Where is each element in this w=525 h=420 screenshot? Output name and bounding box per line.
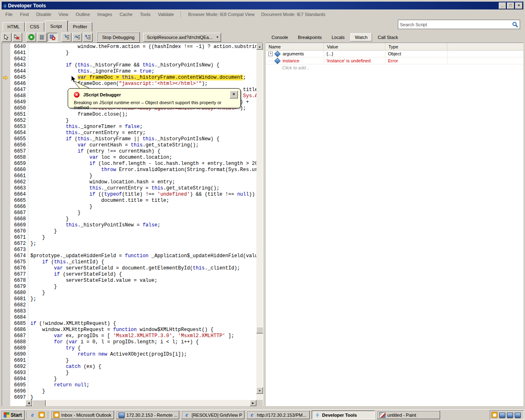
breakpoint-gutter[interactable] — [2, 161, 10, 167]
watch-column-header[interactable]: Name — [266, 43, 324, 50]
code-text[interactable]: if (serverStateField) { — [28, 272, 122, 278]
breakpoint-gutter[interactable] — [2, 173, 10, 179]
code-text[interactable]: } — [28, 376, 57, 382]
watch-name-cell[interactable]: +arguments — [266, 50, 324, 57]
code-line[interactable]: 6682 — [2, 302, 257, 308]
breakpoint-gutter[interactable] — [2, 321, 10, 327]
menu-item-outline[interactable]: Outline — [72, 11, 94, 18]
code-text[interactable]: } — [28, 210, 80, 216]
breakpoint-gutter[interactable] — [2, 358, 10, 364]
tray-remote-desktop-icon[interactable] — [508, 412, 514, 418]
code-text[interactable]: try { — [28, 345, 80, 352]
code-line[interactable]: 6665 document.title = title; — [2, 198, 257, 204]
breakpoint-gutter[interactable] — [2, 124, 10, 130]
breakpoint-gutter[interactable] — [2, 68, 10, 75]
code-text[interactable]: this._currentEntry = this.get_stateStrin… — [28, 185, 219, 192]
code-line[interactable]: 6686 window.XMLHttpRequest = function wi… — [2, 327, 257, 333]
breakpoint-gutter[interactable] — [2, 136, 10, 142]
chevron-down-icon[interactable]: ▾ — [214, 35, 221, 39]
code-line[interactable]: 6642 — [2, 56, 257, 62]
code-line[interactable]: 6672}; — [2, 241, 257, 247]
select-element-icon[interactable] — [2, 33, 11, 42]
expand-icon[interactable]: + — [268, 52, 273, 56]
breakpoint-gutter[interactable] — [2, 315, 10, 321]
code-line[interactable]: 6652 } — [2, 118, 257, 124]
breakpoint-gutter[interactable] — [2, 50, 10, 56]
breakpoint-gutter[interactable] — [2, 192, 10, 198]
breakpoint-gutter[interactable] — [2, 327, 10, 333]
breakpoint-gutter[interactable] — [2, 118, 10, 124]
tab-html[interactable]: HTML — [2, 22, 25, 32]
debug-tab-locals[interactable]: Locals — [327, 34, 349, 41]
code-text[interactable]: $prototype._updateHiddenField = function… — [28, 253, 257, 259]
code-text[interactable]: }; — [28, 296, 36, 302]
code-line[interactable]: 6678 serverStateField.value = value; — [2, 278, 257, 284]
code-line[interactable]: 6689 try { — [2, 345, 257, 352]
watch-name-cell[interactable]: instance — [266, 57, 324, 64]
breakpoint-gutter[interactable] — [2, 198, 10, 204]
code-line[interactable]: 6687 var ex, progIDs = [ 'Msxml2.XMLHTTP… — [2, 333, 257, 339]
breakpoint-gutter[interactable] — [2, 345, 10, 352]
code-text[interactable]: var ex, progIDs = [ 'Msxml2.XMLHTTP.3.0'… — [28, 333, 234, 339]
code-line[interactable]: 6694 } — [2, 376, 257, 382]
table-row[interactable]: instance'instance' is undefinedError — [266, 57, 523, 64]
code-line[interactable]: 6641 } — [2, 50, 257, 56]
tray-clock-icon[interactable] — [492, 412, 498, 418]
code-line[interactable]: 6684 — [2, 315, 257, 321]
watch-column-header[interactable]: Value — [324, 43, 386, 50]
breakpoint-gutter[interactable] — [2, 339, 10, 345]
breakpoint-gutter[interactable] — [2, 265, 10, 272]
breakpoint-gutter[interactable] — [2, 210, 10, 216]
menu-item-find[interactable]: Find — [16, 11, 32, 18]
continue-icon[interactable] — [26, 33, 36, 42]
breakpoint-gutter[interactable] — [2, 247, 10, 253]
taskbar-button[interactable]: e[RESOLVED] GridView Pa... — [181, 411, 244, 419]
close-button[interactable]: × — [515, 2, 523, 9]
tab-script[interactable]: Script — [45, 21, 68, 32]
breakpoint-gutter[interactable] — [2, 290, 10, 296]
tab-css[interactable]: CSS — [25, 22, 44, 32]
breakpoint-gutter[interactable] — [2, 376, 10, 382]
tray-remote-desktop-icon[interactable] — [500, 412, 506, 418]
code-text[interactable]: } — [28, 370, 69, 376]
code-line[interactable]: 6657 if (entry !== currentHash) { — [2, 148, 257, 155]
minimize-button[interactable]: _ — [499, 2, 506, 9]
debug-tab-breakpoints[interactable]: Breakpoints — [294, 34, 326, 41]
breakpoint-gutter[interactable] — [2, 204, 10, 210]
code-line[interactable]: 6670 } — [2, 228, 257, 235]
breakpoint-gutter[interactable] — [2, 296, 10, 302]
code-line[interactable]: 6685if (!window.XMLHttpRequest) { — [2, 321, 257, 327]
code-text[interactable] — [28, 247, 30, 253]
breakpoint-gutter[interactable] — [2, 388, 10, 395]
breakpoint-gutter[interactable] — [2, 112, 10, 118]
breakpoint-gutter[interactable] — [2, 142, 10, 148]
code-text[interactable] — [28, 56, 30, 62]
code-text[interactable]: this._ignoreIFrame = true; — [28, 68, 154, 75]
debug-tab-call-stack[interactable]: Call Stack — [374, 34, 402, 41]
code-line[interactable]: 6643 if (this._historyFrame && this._his… — [2, 62, 257, 68]
breakpoint-gutter[interactable] — [2, 167, 10, 173]
breakpoint-gutter[interactable] — [2, 370, 10, 376]
code-text[interactable]: var serverStateField = document.getEleme… — [28, 265, 240, 272]
code-line[interactable]: 6656 var currentHash = this.get_stateStr… — [2, 142, 257, 148]
code-text[interactable]: this._ignoreTimer = false; — [28, 124, 143, 130]
watch-column-header[interactable]: Type — [386, 43, 447, 50]
break-on-error-icon[interactable] — [48, 33, 57, 42]
code-line[interactable]: 6651 frameDoc.close(); — [2, 112, 257, 118]
code-text[interactable]: } — [28, 395, 33, 400]
code-line[interactable]: 6644 this._ignoreIFrame = true; — [2, 68, 257, 75]
code-text[interactable]: if (this._clientId) { — [28, 259, 104, 265]
code-line[interactable]: 6692 catch (ex) { — [2, 364, 257, 370]
code-line[interactable]: 6660 throw Error.invalidOperation(String… — [2, 167, 257, 173]
breakpoint-gutter[interactable] — [2, 241, 10, 247]
code-text[interactable]: window.XMLHttpRequest = function window$… — [28, 327, 213, 333]
breakpoint-gutter[interactable] — [2, 253, 10, 259]
code-line[interactable]: 6674$prototype._updateHiddenField = func… — [2, 253, 257, 259]
menu-item-file[interactable]: File — [2, 11, 16, 18]
search-icon[interactable] — [512, 21, 518, 28]
code-text[interactable]: } — [28, 216, 69, 222]
scroll-left-icon[interactable]: ◀ — [25, 400, 32, 406]
code-line[interactable]: 6653 this._ignoreTimer = false; — [2, 124, 257, 130]
code-line[interactable]: 6663 this._currentEntry = this.get_state… — [2, 185, 257, 192]
menu-item-disable[interactable]: Disable — [32, 11, 55, 18]
